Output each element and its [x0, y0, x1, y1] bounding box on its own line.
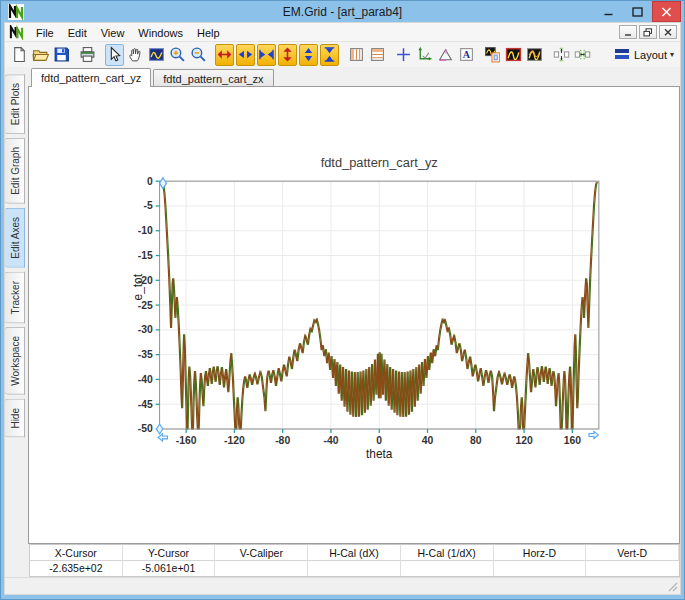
fit-vertical-button[interactable]	[552, 44, 571, 66]
status-bar	[5, 577, 680, 594]
mdi-minimize-button[interactable]	[619, 25, 637, 39]
sidebar-tab-edit-graph[interactable]: Edit Graph	[5, 138, 25, 204]
svg-text:-35: -35	[138, 349, 153, 360]
svg-text:160: 160	[564, 435, 582, 446]
readout-header: V-Caliper	[215, 545, 308, 561]
toolbar: ALayout▾	[5, 42, 680, 67]
close-button[interactable]	[652, 1, 681, 22]
zoom-out-button[interactable]	[189, 44, 208, 66]
svg-text:fdtd_pattern_cart_yz: fdtd_pattern_cart_yz	[321, 155, 438, 170]
widen-x-button[interactable]	[236, 44, 255, 66]
pan-corner-icon	[156, 424, 162, 434]
title-bar: EM.Grid - [art_parab4]	[4, 1, 681, 22]
pattern-chart[interactable]: -160-120-80-40040801201600-5-10-15-20-25…	[29, 87, 679, 543]
svg-text:e_tot: e_tot	[131, 273, 145, 300]
menu-help[interactable]: Help	[190, 26, 227, 40]
document-logo-icon	[9, 25, 24, 40]
tab-fdtd_pattern_cart_yz[interactable]: fdtd_pattern_cart_yz	[31, 68, 151, 87]
delta-marker-button[interactable]	[436, 44, 455, 66]
readout-value	[215, 561, 308, 576]
compress-y-icon	[321, 46, 338, 63]
fit-horizontal-icon	[574, 46, 591, 63]
print-button[interactable]	[78, 44, 97, 66]
compress-x-button[interactable]	[257, 44, 276, 66]
new-document-icon	[11, 46, 28, 63]
pan-right-icon	[589, 431, 598, 438]
readout-value	[494, 561, 587, 576]
svg-text:-30: -30	[138, 324, 153, 335]
svg-text:A: A	[463, 49, 471, 60]
sidebar-tab-hide[interactable]: Hide	[5, 399, 25, 438]
text-label-icon: A	[458, 46, 475, 63]
mdi-close-button[interactable]	[659, 25, 677, 39]
zoom-in-icon	[169, 46, 186, 63]
svg-text:-10: -10	[138, 225, 153, 236]
chevron-down-icon: ▾	[670, 50, 674, 59]
resize-grip-icon[interactable]	[667, 581, 679, 593]
vertical-grid-button[interactable]	[347, 44, 366, 66]
zoom-window-icon	[148, 46, 165, 63]
widen-x-icon	[237, 46, 254, 63]
open-file-icon	[32, 46, 49, 63]
readout-value: -5.061e+01	[123, 561, 216, 576]
plot-styles-button[interactable]	[525, 44, 544, 66]
readout-header: X-Cursor	[30, 545, 123, 561]
horizontal-grid-button[interactable]	[368, 44, 387, 66]
menu-view[interactable]: View	[94, 26, 132, 40]
zoom-out-icon	[190, 46, 207, 63]
svg-text:theta: theta	[366, 447, 393, 461]
zoom-in-button[interactable]	[168, 44, 187, 66]
widen-y-button[interactable]	[299, 44, 318, 66]
readout-header: H-Cal (dX)	[308, 545, 401, 561]
new-document-button[interactable]	[10, 44, 29, 66]
tracker-axes-icon	[416, 46, 433, 63]
fit-horizontal-button[interactable]	[573, 44, 592, 66]
plot-style-icon	[505, 46, 522, 63]
sidebar-tab-edit-axes[interactable]: Edit Axes	[5, 208, 25, 268]
readout-value: -2.635e+02	[30, 561, 123, 576]
cursor-marker-icon	[160, 178, 167, 189]
expand-x-button[interactable]	[215, 44, 234, 66]
horizontal-grid-icon	[369, 46, 386, 63]
copy-plot-button[interactable]	[483, 44, 502, 66]
save-icon	[53, 46, 70, 63]
expand-y-button[interactable]	[278, 44, 297, 66]
menu-windows[interactable]: Windows	[131, 26, 190, 40]
open-file-button[interactable]	[31, 44, 50, 66]
minimize-button[interactable]	[594, 1, 623, 22]
zoom-window-button[interactable]	[147, 44, 166, 66]
plot-styles-icon	[526, 46, 543, 63]
svg-text:120: 120	[515, 435, 533, 446]
layout-label: Layout	[634, 49, 667, 61]
save-button[interactable]	[52, 44, 71, 66]
expand-x-icon	[216, 46, 233, 63]
app-window: EM.Grid - [art_parab4] FileEditViewWindo…	[0, 0, 685, 600]
widen-y-icon	[300, 46, 317, 63]
mdi-restore-button[interactable]	[639, 25, 657, 39]
select-cursor-button[interactable]	[105, 44, 124, 66]
plot-style-button[interactable]	[504, 44, 523, 66]
crosshair-button[interactable]	[394, 44, 413, 66]
sidebar-tab-tracker[interactable]: Tracker	[5, 272, 25, 324]
svg-text:-50: -50	[138, 423, 153, 434]
tab-fdtd_pattern_cart_zx[interactable]: fdtd_pattern_cart_zx	[153, 69, 273, 87]
pan-hand-icon	[127, 46, 144, 63]
menu-edit[interactable]: Edit	[61, 26, 94, 40]
vertical-grid-icon	[348, 46, 365, 63]
delta-marker-icon	[437, 46, 454, 63]
readout-value	[586, 561, 679, 576]
menu-file[interactable]: File	[29, 26, 61, 40]
maximize-button[interactable]	[623, 1, 652, 22]
sidebar-tab-edit-plots[interactable]: Edit Plots	[5, 74, 25, 134]
fit-vertical-icon	[553, 46, 570, 63]
expand-y-icon	[279, 46, 296, 63]
plot-panel: -160-120-80-40040801201600-5-10-15-20-25…	[28, 86, 680, 544]
window-title: EM.Grid - [art_parab4]	[4, 5, 681, 19]
menu-bar: FileEditViewWindowsHelp	[5, 23, 680, 42]
tracker-axes-button[interactable]	[415, 44, 434, 66]
pan-hand-button[interactable]	[126, 44, 145, 66]
layout-dropdown[interactable]: Layout▾	[608, 44, 680, 66]
sidebar-tab-workspace[interactable]: Workspace	[5, 327, 25, 395]
compress-y-button[interactable]	[320, 44, 339, 66]
text-label-button[interactable]: A	[457, 44, 476, 66]
